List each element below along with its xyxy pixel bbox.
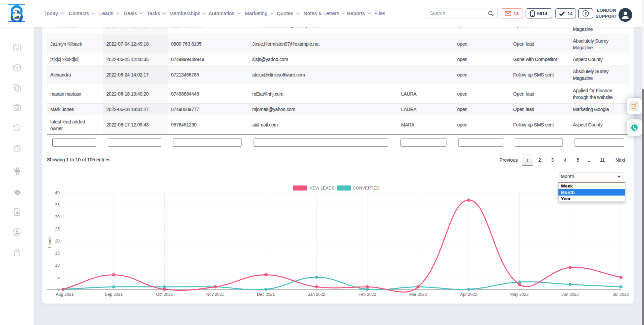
svg-text:25: 25 bbox=[55, 227, 60, 231]
svg-text:Nov 2021: Nov 2021 bbox=[206, 292, 224, 297]
svg-text:10: 10 bbox=[55, 263, 60, 268]
svg-text:Oct 2021: Oct 2021 bbox=[156, 292, 173, 297]
svg-text:NEW LEADS: NEW LEADS bbox=[310, 186, 334, 191]
svg-text:Jan 2022: Jan 2022 bbox=[308, 292, 325, 297]
svg-text:Aug 2021: Aug 2021 bbox=[56, 292, 74, 297]
svg-text:CONVERTED: CONVERTED bbox=[353, 186, 379, 191]
svg-text:Feb 2022: Feb 2022 bbox=[359, 292, 376, 297]
svg-text:40: 40 bbox=[55, 191, 60, 195]
svg-text:Apr 2022: Apr 2022 bbox=[460, 292, 477, 297]
svg-text:?: ? bbox=[584, 11, 587, 15]
svg-text:Mar 2022: Mar 2022 bbox=[409, 292, 427, 297]
svg-text:30: 30 bbox=[55, 215, 60, 219]
svg-text:Sep 2021: Sep 2021 bbox=[105, 292, 123, 297]
svg-text:Jul 2022: Jul 2022 bbox=[613, 292, 629, 297]
svg-text:15: 15 bbox=[55, 251, 60, 256]
svg-text:May 2022: May 2022 bbox=[510, 292, 529, 297]
svg-text:Leads: Leads bbox=[47, 236, 52, 248]
svg-text:35: 35 bbox=[55, 203, 60, 207]
svg-text:20: 20 bbox=[55, 239, 60, 243]
svg-text:12: 12 bbox=[15, 47, 19, 51]
svg-text:Dec 2021: Dec 2021 bbox=[257, 292, 275, 297]
svg-text:Jun 2022: Jun 2022 bbox=[561, 292, 579, 297]
svg-text:5: 5 bbox=[57, 275, 60, 280]
